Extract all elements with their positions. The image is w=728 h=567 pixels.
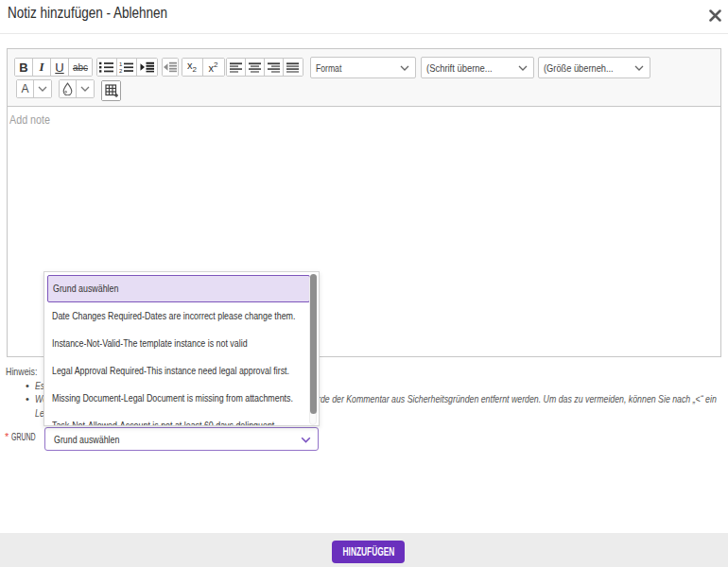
svg-text:1: 1 xyxy=(119,61,123,67)
svg-text:2: 2 xyxy=(119,68,123,73)
